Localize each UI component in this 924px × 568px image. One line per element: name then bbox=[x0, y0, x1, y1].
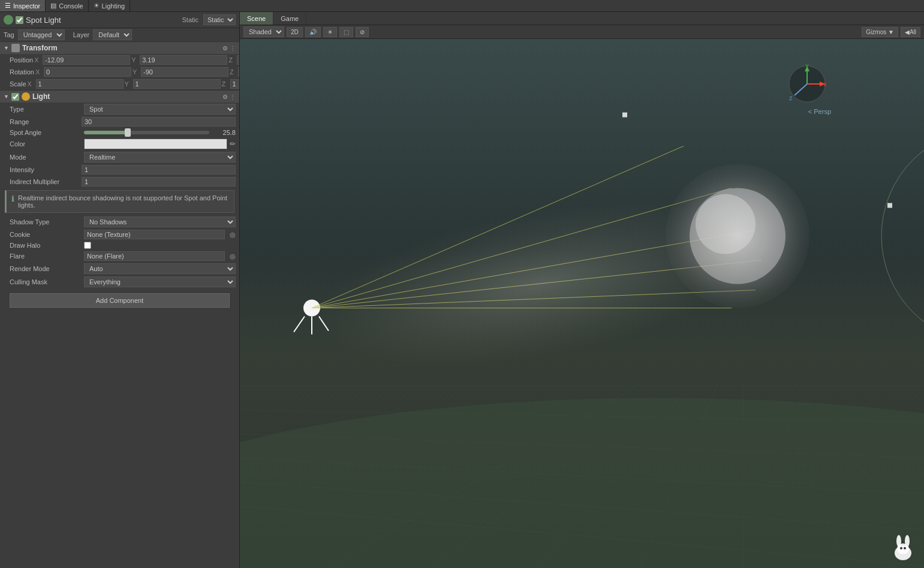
cookie-input[interactable] bbox=[84, 230, 225, 239]
object-header: Spot Light Static Static bbox=[0, 12, 239, 28]
spot-angle-value: 25.8 bbox=[212, 129, 236, 136]
tab-inspector[interactable]: ☰ Inspector bbox=[0, 0, 46, 11]
gizmos-button[interactable]: Gizmos ▼ bbox=[862, 27, 898, 37]
type-select[interactable]: Spot bbox=[84, 104, 236, 115]
scale-y-label: Y bbox=[125, 80, 132, 88]
position-y-coord: Y bbox=[131, 55, 227, 65]
svg-line-15 bbox=[294, 317, 305, 332]
scale-y-input[interactable] bbox=[133, 79, 221, 89]
transform-title: Transform bbox=[22, 44, 220, 52]
object-name[interactable]: Spot Light bbox=[26, 16, 179, 25]
scene-view-btn[interactable]: ⬚ bbox=[339, 27, 353, 37]
cookie-picker-icon[interactable]: ◎ bbox=[227, 231, 236, 239]
svg-point-0 bbox=[240, 398, 924, 569]
tab-game[interactable]: Game bbox=[273, 12, 306, 25]
flare-picker-icon[interactable]: ◎ bbox=[227, 253, 236, 260]
transform-settings-icon[interactable]: ⚙ bbox=[222, 45, 228, 52]
tab-lighting[interactable]: ☀ Lighting bbox=[89, 0, 131, 11]
fx-button[interactable]: ☀ bbox=[323, 27, 337, 37]
draw-halo-checkbox[interactable] bbox=[84, 242, 91, 249]
unity-mascot bbox=[888, 526, 918, 562]
svg-text:X: X bbox=[823, 82, 827, 88]
spot-angle-row: Spot Angle 25.8 bbox=[0, 128, 239, 137]
render-mode-row: Render Mode Auto bbox=[0, 262, 239, 275]
position-label: Position bbox=[10, 56, 33, 64]
scene-canvas: Y X Z < Persp bbox=[240, 39, 924, 568]
main-layout: Spot Light Static Static Tag Untagged La… bbox=[0, 12, 924, 568]
pos-x-label: X bbox=[34, 56, 41, 64]
scale-x-coord: X bbox=[28, 79, 124, 89]
tag-label: Tag bbox=[4, 31, 14, 38]
audio-button[interactable]: 🔊 bbox=[305, 27, 321, 37]
flare-label: Flare bbox=[10, 253, 82, 260]
color-eyedropper-icon[interactable]: ✏ bbox=[230, 140, 236, 148]
cookie-label: Cookie bbox=[10, 231, 82, 238]
static-dropdown[interactable]: Static bbox=[203, 14, 236, 25]
rotation-row: Rotation X Y Z bbox=[0, 66, 239, 78]
flare-row: Flare ◎ bbox=[0, 250, 239, 262]
culling-mask-select[interactable]: Everything bbox=[84, 277, 236, 287]
culling-mask-label: Culling Mask bbox=[10, 278, 82, 285]
shadow-type-select[interactable]: No Shadows bbox=[84, 217, 236, 227]
light-enabled-checkbox[interactable] bbox=[11, 93, 19, 101]
mode-select[interactable]: Realtime bbox=[84, 152, 236, 163]
intensity-label: Intensity bbox=[10, 166, 82, 173]
all-button[interactable]: ◀All bbox=[901, 27, 920, 37]
color-picker[interactable] bbox=[84, 139, 227, 149]
color-row: Color ✏ bbox=[0, 137, 239, 151]
light-collapse-icon: ▼ bbox=[4, 94, 9, 100]
tab-scene[interactable]: Scene bbox=[240, 12, 273, 25]
flare-input[interactable] bbox=[84, 251, 225, 261]
spot-angle-track[interactable] bbox=[84, 131, 209, 134]
transform-collapse-icon: ▼ bbox=[4, 45, 9, 51]
render-mode-select[interactable]: Auto bbox=[84, 263, 236, 274]
transform-section-header[interactable]: ▼ Transform ⚙ ⋮ bbox=[0, 41, 239, 54]
layer-select[interactable]: Default bbox=[93, 29, 132, 40]
scale-row: Scale X Y Z bbox=[0, 78, 239, 90]
rot-y-label: Y bbox=[133, 68, 140, 76]
color-label: Color bbox=[10, 140, 82, 148]
light-settings-icon[interactable]: ⚙ bbox=[222, 94, 228, 100]
culling-mask-row: Culling Mask Everything bbox=[0, 275, 239, 288]
scale-x-input[interactable] bbox=[36, 79, 124, 89]
inspector-icon: ☰ bbox=[5, 2, 11, 10]
rotation-label: Rotation bbox=[10, 68, 34, 76]
hidden-btn[interactable]: ⊘ bbox=[356, 27, 369, 37]
object-enabled-checkbox[interactable] bbox=[16, 16, 23, 24]
mode-label: Mode bbox=[10, 154, 82, 161]
2d-button[interactable]: 2D bbox=[287, 27, 303, 37]
position-x-input[interactable] bbox=[43, 55, 130, 65]
add-component-button[interactable]: Add Component bbox=[10, 293, 230, 308]
lighting-icon: ☀ bbox=[94, 2, 100, 10]
range-input[interactable] bbox=[82, 117, 236, 127]
console-icon: ▤ bbox=[50, 2, 56, 10]
transform-more-icon[interactable]: ⋮ bbox=[230, 45, 236, 52]
game-tab-label: Game bbox=[281, 15, 299, 22]
spot-angle-fill bbox=[84, 131, 128, 134]
svg-point-45 bbox=[905, 535, 910, 547]
pos-z-label: Z bbox=[228, 56, 236, 64]
position-row: Position X Y Z bbox=[0, 54, 239, 66]
cookie-row: Cookie ◎ bbox=[0, 229, 239, 241]
tab-console-label: Console bbox=[59, 2, 83, 10]
position-y-input[interactable] bbox=[140, 55, 227, 65]
rotation-y-input[interactable] bbox=[141, 67, 228, 77]
scale-z-input[interactable] bbox=[230, 79, 240, 89]
scene-gizmo[interactable]: Y X Z bbox=[786, 63, 828, 105]
light-more-icon[interactable]: ⋮ bbox=[230, 94, 236, 100]
shading-select[interactable]: Shaded bbox=[243, 26, 284, 37]
rotation-y-coord: Y bbox=[133, 67, 228, 77]
spot-angle-thumb[interactable] bbox=[125, 128, 131, 137]
intensity-input[interactable] bbox=[82, 165, 236, 175]
scale-z-label: Z bbox=[222, 80, 229, 88]
light-section-header[interactable]: ▼ Light ⚙ ⋮ bbox=[0, 90, 239, 103]
draw-halo-row: Draw Halo bbox=[0, 241, 239, 250]
tag-select[interactable]: Untagged bbox=[18, 29, 65, 40]
pos-y-label: Y bbox=[131, 56, 139, 64]
tab-console[interactable]: ▤ Console bbox=[46, 0, 88, 11]
indirect-multiplier-input[interactable] bbox=[82, 177, 236, 187]
rotation-x-input[interactable] bbox=[44, 67, 131, 77]
draw-halo-label: Draw Halo bbox=[10, 242, 82, 249]
indirect-multiplier-label: Indirect Multiplier bbox=[10, 178, 82, 185]
light-title: Light bbox=[32, 92, 220, 101]
